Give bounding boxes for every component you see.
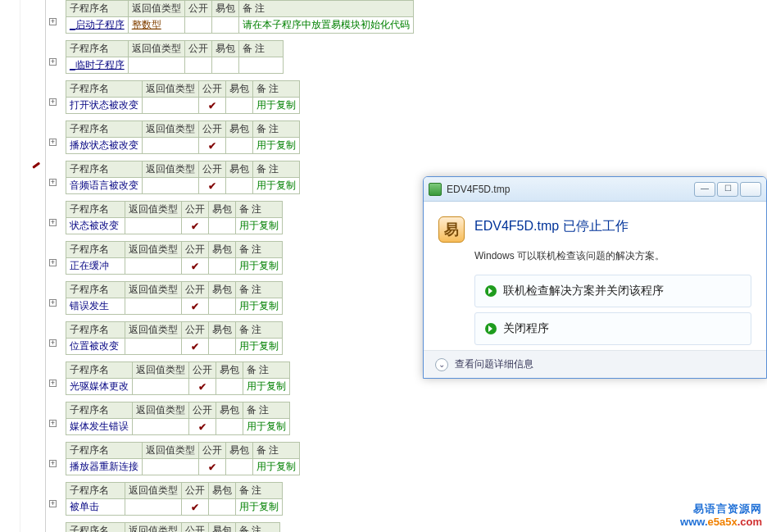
cell-note[interactable]: 请在本子程序中放置易模块初始化代码 bbox=[238, 17, 413, 34]
maximize-button[interactable]: ☐ bbox=[717, 182, 738, 197]
cell-note[interactable]: 用于复制 bbox=[253, 138, 300, 154]
cell-package[interactable] bbox=[209, 499, 236, 516]
table-row[interactable]: 光驱媒体更改✔用于复制 bbox=[66, 379, 290, 395]
close-button[interactable] bbox=[740, 182, 761, 197]
cell-return[interactable] bbox=[143, 98, 199, 114]
cell-return[interactable] bbox=[143, 459, 199, 475]
cell-name[interactable]: 打开状态被改变 bbox=[66, 98, 143, 114]
view-details-expander[interactable]: ⌄ 查看问题详细信息 bbox=[424, 350, 766, 378]
subroutine-table[interactable]: 子程序名返回值类型公开易包备 注播放器重新连接✔用于复制 bbox=[66, 442, 300, 475]
cell-return[interactable] bbox=[128, 57, 184, 74]
cell-package[interactable] bbox=[209, 339, 236, 355]
cell-name[interactable]: 状态被改变 bbox=[66, 218, 125, 234]
subroutine-table[interactable]: 子程序名返回值类型公开易包备 注错误发生✔用于复制 bbox=[66, 281, 283, 315]
cell-name[interactable]: 正在缓冲 bbox=[66, 258, 125, 275]
cell-name[interactable]: 音频语言被改变 bbox=[66, 178, 143, 194]
cell-public[interactable]: ✔ bbox=[182, 339, 209, 355]
cell-return[interactable]: 整数型 bbox=[128, 17, 184, 34]
cell-package[interactable] bbox=[226, 178, 253, 194]
cell-return[interactable] bbox=[125, 258, 182, 275]
expand-toggle[interactable]: + bbox=[49, 18, 57, 25]
cell-package[interactable] bbox=[209, 298, 236, 315]
subroutine-table[interactable]: 子程序名返回值类型公开易包备 注打开状态被改变✔用于复制 bbox=[66, 80, 300, 114]
subroutine-table[interactable]: 子程序名返回值类型公开易包备 注 bbox=[66, 522, 280, 532]
subroutine-table[interactable]: 子程序名返回值类型公开易包备 注媒体发生错误✔用于复制 bbox=[66, 402, 290, 435]
expand-toggle[interactable]: + bbox=[49, 500, 57, 507]
cell-return[interactable] bbox=[125, 218, 182, 234]
table-row[interactable]: 打开状态被改变✔用于复制 bbox=[66, 98, 300, 114]
cell-package[interactable] bbox=[211, 57, 238, 74]
table-row[interactable]: _启动子程序整数型请在本子程序中放置易模块初始化代码 bbox=[66, 17, 414, 34]
cell-return[interactable] bbox=[125, 298, 182, 315]
cell-name[interactable]: 播放器重新连接 bbox=[66, 459, 143, 475]
expand-toggle[interactable]: + bbox=[49, 219, 57, 226]
cell-package[interactable] bbox=[216, 419, 243, 435]
expand-toggle[interactable]: + bbox=[49, 380, 57, 387]
cell-public[interactable]: ✔ bbox=[182, 218, 209, 234]
cell-public[interactable]: ✔ bbox=[199, 178, 226, 194]
cell-return[interactable] bbox=[133, 379, 189, 395]
table-row[interactable]: 播放器重新连接✔用于复制 bbox=[66, 459, 300, 475]
cell-name[interactable]: 位置被改变 bbox=[66, 339, 125, 355]
cell-public[interactable] bbox=[184, 57, 211, 74]
expand-toggle[interactable]: + bbox=[49, 98, 57, 106]
cell-note[interactable]: 用于复制 bbox=[236, 499, 283, 516]
cell-return[interactable] bbox=[133, 419, 189, 435]
cell-note[interactable]: 用于复制 bbox=[253, 178, 300, 194]
cell-note[interactable]: 用于复制 bbox=[236, 298, 283, 315]
cell-public[interactable]: ✔ bbox=[199, 459, 226, 475]
cell-package[interactable] bbox=[209, 258, 236, 275]
table-row[interactable]: 被单击✔用于复制 bbox=[66, 499, 283, 516]
expand-toggle[interactable]: + bbox=[49, 259, 57, 266]
subroutine-table[interactable]: 子程序名返回值类型公开易包备 注音频语言被改变✔用于复制 bbox=[66, 161, 300, 194]
cell-name[interactable]: _启动子程序 bbox=[66, 17, 129, 34]
subroutine-table[interactable]: 子程序名返回值类型公开易包备 注正在缓冲✔用于复制 bbox=[66, 241, 283, 275]
cell-name[interactable]: 光驱媒体更改 bbox=[66, 379, 133, 395]
table-row[interactable]: 位置被改变✔用于复制 bbox=[66, 339, 283, 355]
expand-toggle[interactable]: + bbox=[49, 339, 57, 347]
expand-toggle[interactable]: + bbox=[49, 179, 57, 186]
close-program-option[interactable]: 关闭程序 bbox=[474, 312, 751, 345]
subroutine-table[interactable]: 子程序名返回值类型公开易包备 注状态被改变✔用于复制 bbox=[66, 201, 283, 234]
cell-name[interactable]: 播放状态被改变 bbox=[66, 138, 143, 154]
expand-toggle[interactable]: + bbox=[49, 460, 57, 467]
cell-note[interactable] bbox=[238, 57, 283, 74]
cell-note[interactable]: 用于复制 bbox=[253, 98, 300, 114]
cell-note[interactable]: 用于复制 bbox=[236, 339, 283, 355]
expand-toggle[interactable]: + bbox=[49, 420, 57, 427]
cell-public[interactable]: ✔ bbox=[199, 98, 226, 114]
table-row[interactable]: _临时子程序 bbox=[66, 57, 284, 74]
table-row[interactable]: 音频语言被改变✔用于复制 bbox=[66, 178, 300, 194]
minimize-button[interactable]: — bbox=[694, 182, 715, 197]
cell-public[interactable]: ✔ bbox=[182, 298, 209, 315]
cell-return[interactable] bbox=[143, 138, 199, 154]
cell-note[interactable]: 用于复制 bbox=[243, 419, 290, 435]
cell-package[interactable] bbox=[209, 218, 236, 234]
cell-package[interactable] bbox=[226, 138, 253, 154]
cell-return[interactable] bbox=[125, 339, 182, 355]
expand-toggle[interactable]: + bbox=[49, 58, 57, 66]
cell-public[interactable]: ✔ bbox=[189, 419, 216, 435]
table-row[interactable]: 播放状态被改变✔用于复制 bbox=[66, 138, 300, 154]
expand-toggle[interactable]: + bbox=[49, 299, 57, 307]
subroutine-table[interactable]: 子程序名返回值类型公开易包备 注被单击✔用于复制 bbox=[66, 482, 283, 516]
cell-note[interactable]: 用于复制 bbox=[236, 218, 283, 234]
cell-name[interactable]: 错误发生 bbox=[66, 298, 125, 315]
cell-public[interactable] bbox=[184, 17, 211, 34]
subroutine-table[interactable]: 子程序名返回值类型公开易包备 注播放状态被改变✔用于复制 bbox=[66, 120, 300, 154]
cell-return[interactable] bbox=[143, 178, 199, 194]
subroutine-table[interactable]: 子程序名返回值类型公开易包备 注_启动子程序整数型请在本子程序中放置易模块初始化… bbox=[66, 0, 414, 34]
table-row[interactable]: 媒体发生错误✔用于复制 bbox=[66, 419, 290, 435]
cell-name[interactable]: 媒体发生错误 bbox=[66, 419, 133, 435]
cell-public[interactable]: ✔ bbox=[189, 379, 216, 395]
subroutine-table[interactable]: 子程序名返回值类型公开易包备 注光驱媒体更改✔用于复制 bbox=[66, 361, 290, 395]
cell-public[interactable]: ✔ bbox=[182, 258, 209, 275]
cell-public[interactable]: ✔ bbox=[182, 499, 209, 516]
cell-name[interactable]: 被单击 bbox=[66, 499, 125, 516]
subroutine-table[interactable]: 子程序名返回值类型公开易包备 注_临时子程序 bbox=[66, 40, 284, 74]
table-row[interactable]: 正在缓冲✔用于复制 bbox=[66, 258, 283, 275]
cell-public[interactable]: ✔ bbox=[199, 138, 226, 154]
cell-note[interactable]: 用于复制 bbox=[253, 459, 300, 475]
check-online-option[interactable]: 联机检查解决方案并关闭该程序 bbox=[474, 275, 751, 307]
cell-package[interactable] bbox=[226, 98, 253, 114]
